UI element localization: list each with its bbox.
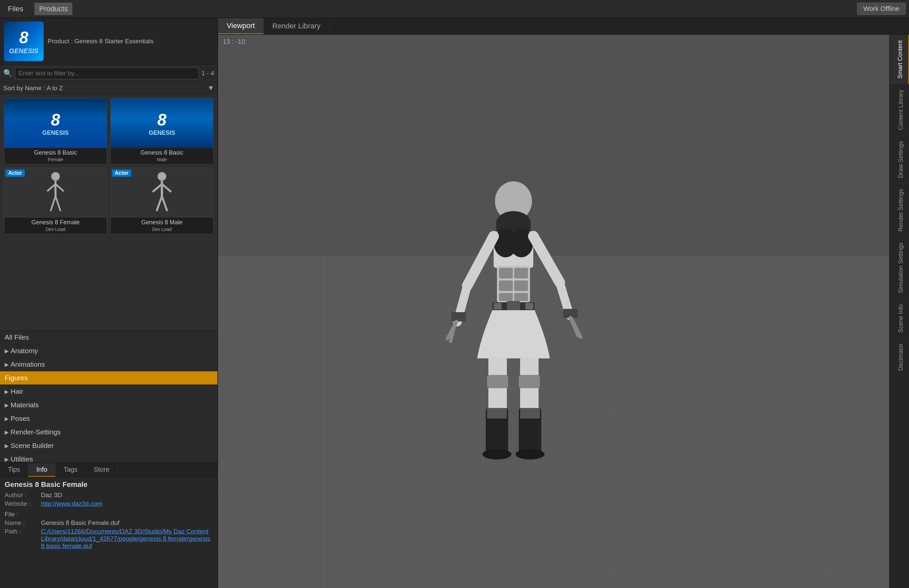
thumb-genesis8-female: 8 GENESIS [4, 99, 107, 148]
item-label-female: Genesis 8 Basic [33, 148, 78, 157]
viewport-and-sidetabs: 13 : -10 [218, 35, 909, 588]
left-panel: 8 GENESIS Product : Genesis 8 Starter Es… [0, 18, 218, 588]
svg-rect-24 [514, 293, 528, 301]
nav-animations[interactable]: ▶ Animations [0, 358, 217, 371]
item-label-female-dev: Genesis 8 Female [30, 218, 81, 227]
search-count: 1 - 4 [202, 70, 214, 77]
tab-render-library[interactable]: Render Library [264, 18, 330, 34]
sort-dropdown-arrow[interactable]: ▼ [207, 84, 214, 92]
nav-label-scene-builder: Scene Builder [11, 442, 54, 449]
search-icon: 🔍 [3, 69, 12, 78]
svg-line-10 [157, 196, 162, 211]
main-layout: 8 GENESIS Product : Genesis 8 Starter Es… [0, 18, 909, 588]
nav-hair[interactable]: ▶ Hair [0, 385, 217, 398]
info-author-value: Daz 3D [41, 491, 62, 499]
viewport-coords: 13 : -10 [223, 38, 245, 45]
svg-rect-22 [514, 281, 528, 291]
grid-item-genesis8-female[interactable]: Actor 8 GENESIS Genesis 8 Basic Female [4, 98, 107, 165]
vtab-content-library[interactable]: Content Library [890, 84, 909, 136]
svg-rect-20 [514, 268, 528, 278]
sort-bar[interactable]: Sort by Name : A to Z ▼ [0, 82, 217, 94]
vtab-simulation-settings[interactable]: Simulation Settings [890, 237, 909, 299]
grid-item-female-dev[interactable]: Actor Genesis 8 Female Dev Lo [4, 168, 107, 234]
item-sublabel-female: Female [48, 157, 63, 162]
vtab-render-settings[interactable]: Render Settings [890, 183, 909, 237]
search-area: 🔍 1 - 4 [0, 65, 217, 82]
svg-point-43 [482, 449, 511, 459]
svg-point-48 [516, 449, 545, 459]
info-file-label: File : [5, 511, 213, 518]
female-silhouette-svg [42, 171, 69, 214]
nav-scene-builder[interactable]: ▶ Scene Builder [0, 439, 217, 452]
grid-item-male-dev[interactable]: Actor Genesis 8 Male Dev Load [110, 168, 214, 234]
male-silhouette-svg [149, 171, 175, 214]
work-offline-button[interactable]: Work Offline [857, 3, 906, 15]
item-label-male-dev: Genesis 8 Male [140, 218, 184, 227]
info-website-link[interactable]: http://www.daz3d.com [41, 500, 102, 507]
item-sublabel-male-dev: Dev Load [152, 227, 172, 232]
nav-label-render-settings: Render-Settings [11, 428, 61, 436]
menu-products[interactable]: Products [34, 3, 72, 15]
bottom-panel: Tips Info Tags Store Genesis 8 Basic Fem… [0, 462, 217, 588]
top-menu-bar: Files Products Work Offline [0, 0, 909, 18]
svg-rect-23 [499, 293, 513, 301]
svg-rect-47 [520, 408, 540, 418]
info-name-value: Genesis 8 Basic Female.duf [41, 519, 120, 527]
viewport-canvas[interactable]: 13 : -10 [218, 35, 889, 588]
nav-utilities[interactable]: ▶ Utilities [0, 452, 217, 462]
search-input[interactable] [15, 67, 199, 79]
nav-all-files[interactable]: All Files [0, 331, 217, 344]
vtab-scene-info[interactable]: Scene Info [890, 299, 909, 338]
nav-label-hair: Hair [11, 388, 23, 396]
svg-rect-26 [507, 301, 520, 312]
nav-label-animations: Animations [11, 360, 45, 368]
svg-line-3 [55, 184, 64, 191]
product-title: Product : Genesis 8 Starter Essentials [48, 38, 154, 45]
nav-arrow-animations: ▶ [5, 361, 8, 368]
nav-arrow-render-settings: ▶ [5, 429, 8, 435]
tab-tags[interactable]: Tags [55, 463, 86, 477]
nav-materials[interactable]: ▶ Materials [0, 398, 217, 412]
vtab-smart-content[interactable]: Smart Content [890, 35, 909, 84]
grid-item-genesis8-male[interactable]: Actor 8 GENESIS Genesis 8 Basic Male [110, 98, 214, 165]
svg-line-34 [533, 236, 560, 283]
svg-line-2 [47, 184, 55, 191]
nav-arrow-utilities: ▶ [5, 456, 8, 462]
svg-rect-42 [487, 408, 507, 418]
svg-line-4 [50, 196, 55, 211]
right-area: Viewport Render Library 13 : -10 [218, 18, 909, 588]
actor-badge-male-dev: Actor [112, 170, 131, 177]
vtab-draw-settings[interactable]: Draw Settings [890, 136, 909, 183]
menu-files[interactable]: Files [3, 3, 28, 15]
product-header: 8 GENESIS Product : Genesis 8 Starter Es… [0, 18, 217, 65]
tab-store[interactable]: Store [86, 463, 118, 477]
nav-render-settings[interactable]: ▶ Render-Settings [0, 425, 217, 439]
logo-number: 8 [19, 28, 28, 47]
vtab-decimator[interactable]: Decimator [890, 338, 909, 376]
tab-info[interactable]: Info [28, 463, 55, 477]
nav-label-figures: Figures [5, 374, 28, 382]
content-grid-inner: Actor 8 GENESIS Genesis 8 Basic Female A… [4, 98, 214, 234]
nav-figures[interactable]: Figures [0, 371, 217, 385]
tab-viewport[interactable]: Viewport [218, 18, 264, 34]
svg-rect-40 [487, 375, 508, 388]
info-path-value[interactable]: C:/Users/11266/Documents/DAZ 3D/Studio/M… [41, 528, 213, 550]
info-website-key: Website : [5, 500, 41, 507]
nav-arrow-materials: ▶ [5, 402, 8, 408]
nav-label-anatomy: Anatomy [11, 347, 38, 355]
item-sublabel-male: Male [157, 157, 167, 162]
left-nav: All Files ▶ Anatomy ▶ Animations Figures… [0, 330, 217, 462]
tab-tips[interactable]: Tips [0, 463, 28, 477]
sort-label: Sort by Name : A to Z [3, 84, 63, 92]
info-path-row: Path : C:/Users/11266/Documents/DAZ 3D/S… [5, 528, 213, 550]
svg-line-5 [55, 196, 60, 211]
nav-label-materials: Materials [11, 401, 39, 409]
svg-line-11 [162, 196, 167, 211]
nav-poses[interactable]: ▶ Poses [0, 412, 217, 425]
item-sublabel-female-dev: Dev Load [45, 227, 65, 232]
svg-rect-45 [519, 375, 540, 388]
content-grid: Actor 8 GENESIS Genesis 8 Basic Female A… [0, 94, 217, 330]
svg-rect-27 [494, 303, 501, 310]
nav-anatomy[interactable]: ▶ Anatomy [0, 344, 217, 358]
nav-arrow-poses: ▶ [5, 415, 8, 422]
